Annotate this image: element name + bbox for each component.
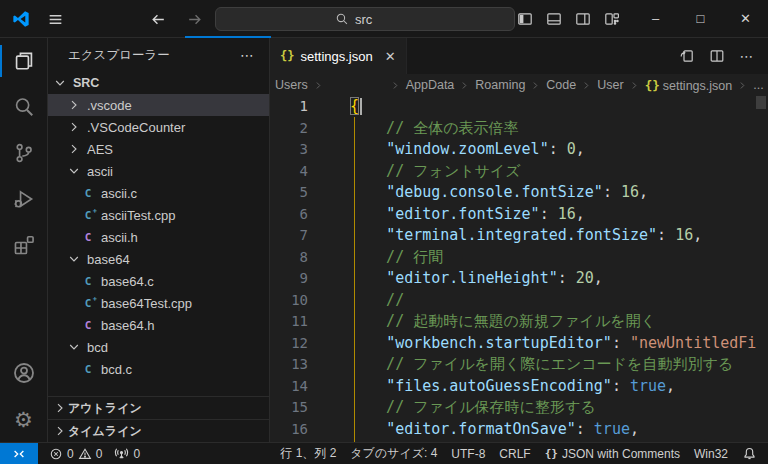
close-tab-icon[interactable]: ✕ [385, 49, 396, 64]
cpp-file-icon: C+ [80, 295, 96, 311]
code-token [350, 226, 386, 244]
split-editor-icon[interactable] [708, 47, 726, 65]
status-cursor-position[interactable]: 行 1、列 2 [277, 443, 339, 464]
command-center-search[interactable] [215, 7, 515, 31]
activity-search[interactable] [0, 84, 47, 130]
code-line[interactable]: 10 // [270, 290, 768, 312]
c-purple-file-icon: C [80, 229, 96, 245]
tree-file-base64-c[interactable]: Cbase64.c [48, 270, 269, 292]
code-line[interactable]: 13 // ファイルを開く際にエンコードを自動判別する [270, 354, 768, 376]
scm-icon [13, 142, 35, 164]
menu-icon[interactable] [44, 9, 66, 29]
activity-settings[interactable]: ⚙ [0, 396, 47, 442]
code-line[interactable]: 5 "debug.console.fontSize": 16, [270, 182, 768, 204]
code-line[interactable]: 11 // 起動時に無題の新規ファイルを開く [270, 311, 768, 333]
minimize-button[interactable]: – [633, 0, 678, 37]
layout-customize-icon[interactable] [603, 10, 621, 28]
breadcrumb: UsersAppDataRoamingCodeUser{}settings.js… [270, 74, 768, 96]
tree-folder--vscodecounter[interactable]: .VSCodeCounter [48, 116, 269, 138]
error-count: 0 [67, 447, 74, 461]
code-line[interactable]: 3 "window.zoomLevel": 0, [270, 139, 768, 161]
extensions-icon [13, 234, 35, 256]
status-language-mode[interactable]: {}JSON with Comments [542, 443, 683, 464]
code-line[interactable]: 7 "terminal.integrated.fontSize": 16, [270, 225, 768, 247]
code-line[interactable]: 9 "editor.lineHeight": 20, [270, 268, 768, 290]
breadcrumb-item[interactable]: AppData [405, 78, 456, 92]
code-line[interactable]: 12 "workbench.startupEditor": "newUntitl… [270, 333, 768, 355]
back-icon[interactable] [148, 8, 168, 30]
forward-icon[interactable] [184, 8, 204, 30]
code-line[interactable]: 15 // ファイル保存時に整形する [270, 397, 768, 419]
code-token: , [576, 140, 585, 158]
tree-file-base64-h[interactable]: Cbase64.h [48, 314, 269, 336]
tree-file-base64test-cpp[interactable]: C+base64Test.cpp [48, 292, 269, 314]
status-platform[interactable]: Win32 [691, 443, 731, 464]
status-eol[interactable]: CRLF [496, 443, 533, 464]
breadcrumb-separator-icon [580, 79, 593, 92]
remote-indicator[interactable] [0, 443, 38, 464]
status-notifications[interactable] [739, 443, 760, 464]
editor-scrollbar[interactable] [756, 96, 766, 109]
explorer-sidebar: エクスプローラー ⋯ SRC.vscode.VSCodeCounterAESas… [48, 38, 270, 442]
code-line[interactable]: 1{ [270, 96, 768, 118]
code-line[interactable]: 2 // 全体の表示倍率 [270, 118, 768, 140]
status-encoding[interactable]: UTF-8 [448, 443, 488, 464]
code-line[interactable]: 16 "editor.formatOnSave": true, [270, 419, 768, 441]
tree-item-label: ascii.h [101, 230, 138, 245]
activity-run-debug[interactable] [0, 176, 47, 222]
tree-folder-aes[interactable]: AES [48, 138, 269, 160]
more-actions-icon[interactable]: ⋯ [738, 47, 756, 65]
layout-sidebar-left-icon[interactable] [516, 10, 534, 28]
code-line[interactable]: 14 "files.autoGuessEncoding": true, [270, 376, 768, 398]
code-editor[interactable]: 1{2 // 全体の表示倍率3 "window.zoomLevel": 0,4 … [270, 96, 768, 442]
tree-file-asciitest-cpp[interactable]: C+asciiTest.cpp [48, 204, 269, 226]
layout-sidebar-right-icon[interactable] [574, 10, 592, 28]
breadcrumb-item[interactable]: User [596, 78, 624, 92]
open-changes-icon[interactable] [678, 47, 696, 65]
code-line[interactable]: 4 // フォントサイズ [270, 161, 768, 183]
code-token: // ファイル保存時に整形する [350, 398, 596, 416]
breadcrumb-item[interactable]: Users [274, 78, 309, 92]
chevron-right-icon [66, 97, 82, 113]
radio-icon [114, 446, 129, 461]
activity-accounts[interactable] [0, 350, 47, 396]
sidebar-section-アウトライン[interactable]: アウトライン [48, 396, 269, 419]
tree-folder-bcd[interactable]: bcd [48, 336, 269, 358]
code-token: : [657, 226, 675, 244]
breadcrumb-item[interactable]: Code [545, 78, 577, 92]
status-label: JSON with Comments [562, 447, 680, 461]
tree-folder-base64[interactable]: base64 [48, 248, 269, 270]
tree-folder-src[interactable]: SRC [48, 72, 269, 94]
tree-file-ascii-c[interactable]: Cascii.c [48, 182, 269, 204]
tab-settings-json[interactable]: {} settings.json ✕ [270, 38, 407, 74]
ports-count: 0 [133, 447, 140, 461]
code-token: // 起動時に無題の新規ファイルを開く [350, 312, 656, 330]
breadcrumb-item[interactable]: {}settings.json [644, 78, 734, 93]
search-input[interactable] [355, 12, 395, 27]
tree-item-label: base64Test.cpp [101, 296, 192, 311]
code-line[interactable]: 8 // 行間 [270, 247, 768, 269]
breadcrumb-item[interactable]: ... [752, 78, 764, 92]
breadcrumb-item[interactable]: Roaming [474, 78, 526, 92]
status-tab-size[interactable]: タブのサイズ: 4 [347, 443, 440, 464]
activity-extensions[interactable] [0, 222, 47, 268]
code-line[interactable]: 6 "editor.fontSize": 16, [270, 204, 768, 226]
line-number: 6 [270, 204, 350, 226]
tree-file-bcd-c[interactable]: Cbcd.c [48, 358, 269, 380]
maximize-button[interactable]: □ [678, 0, 723, 37]
tree-folder-ascii[interactable]: ascii [48, 160, 269, 182]
code-token: , [576, 205, 585, 223]
tree-folder--vscode[interactable]: .vscode [48, 94, 269, 116]
section-label: タイムライン [68, 423, 142, 440]
problems-status[interactable]: 00 [44, 443, 107, 464]
gear-icon: ⚙ [14, 409, 33, 430]
ports-status[interactable]: 0 [109, 443, 145, 464]
close-button[interactable]: ✕ [723, 0, 768, 37]
activity-explorer[interactable] [0, 38, 47, 84]
layout-panel-icon[interactable] [545, 10, 563, 28]
code-token: true [630, 377, 666, 395]
activity-source-control[interactable] [0, 130, 47, 176]
sidebar-section-タイムライン[interactable]: タイムライン [48, 419, 269, 442]
sidebar-more-icon[interactable]: ⋯ [240, 47, 255, 63]
tree-file-ascii-h[interactable]: Cascii.h [48, 226, 269, 248]
